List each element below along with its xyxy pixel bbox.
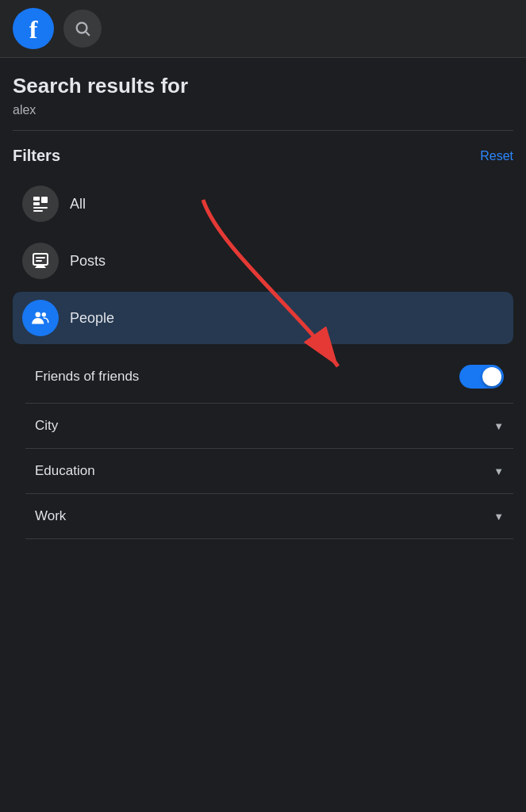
filter-people-label: People — [70, 310, 114, 327]
toggle-thumb — [482, 367, 501, 386]
city-dropdown-icon: ▼ — [493, 420, 504, 432]
posts-icon-circle — [22, 243, 59, 279]
all-icon-circle — [22, 186, 59, 222]
sub-filter-city[interactable]: City ▼ — [25, 404, 513, 449]
reset-button[interactable]: Reset — [480, 149, 513, 163]
svg-point-9 — [42, 312, 46, 316]
svg-rect-4 — [41, 197, 48, 203]
search-icon — [74, 20, 91, 37]
sub-filter-work[interactable]: Work ▼ — [25, 494, 513, 539]
search-button[interactable] — [63, 10, 102, 48]
divider — [13, 130, 513, 131]
sub-filters-container: Friends of friends City ▼ Education ▼ Wo… — [13, 350, 513, 539]
svg-line-1 — [86, 32, 89, 35]
filter-posts-label: Posts — [70, 253, 106, 270]
posts-icon — [31, 251, 50, 270]
sub-filter-friends-of-friends[interactable]: Friends of friends — [25, 350, 513, 404]
svg-point-8 — [36, 312, 41, 317]
facebook-logo[interactable]: f — [13, 8, 54, 49]
svg-rect-3 — [33, 202, 40, 205]
people-icon-circle — [22, 300, 59, 336]
filter-item-people[interactable]: People — [13, 292, 513, 344]
facebook-logo-letter: f — [29, 17, 38, 42]
friends-of-friends-label: Friends of friends — [35, 369, 139, 385]
svg-rect-2 — [33, 197, 40, 201]
svg-rect-6 — [33, 210, 43, 212]
filters-header: Filters Reset — [13, 147, 513, 165]
filter-all-label: All — [70, 196, 86, 213]
search-results-title: Search results for — [13, 74, 513, 98]
city-label: City — [35, 418, 58, 434]
app-header: f — [0, 0, 526, 58]
all-icon — [31, 194, 50, 213]
education-dropdown-icon: ▼ — [493, 465, 504, 477]
search-query: alex — [13, 103, 513, 117]
svg-rect-7 — [33, 254, 48, 265]
sub-filter-education[interactable]: Education ▼ — [25, 449, 513, 494]
toggle-track — [459, 365, 504, 389]
work-dropdown-icon: ▼ — [493, 511, 504, 523]
filters-title: Filters — [13, 147, 60, 165]
filter-item-all[interactable]: All — [13, 178, 513, 230]
friends-of-friends-toggle[interactable] — [459, 365, 504, 389]
main-content: Search results for alex Filters Reset Al… — [0, 58, 526, 539]
people-icon — [30, 308, 51, 328]
filter-item-posts[interactable]: Posts — [13, 235, 513, 287]
svg-rect-5 — [33, 207, 48, 209]
work-label: Work — [35, 508, 66, 524]
education-label: Education — [35, 463, 95, 479]
